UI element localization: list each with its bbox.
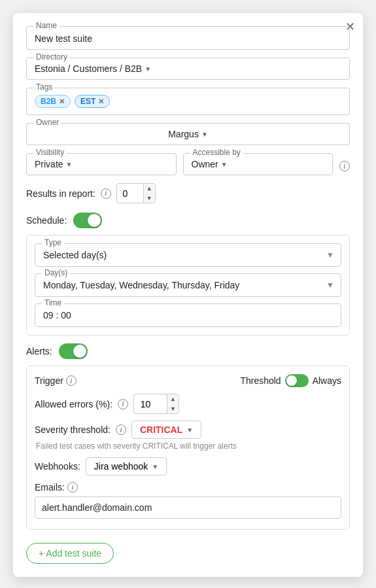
alerts-label: Alerts:: [26, 346, 52, 356]
visibility-chevron-icon: ▼: [66, 161, 73, 168]
failed-note: Failed test cases with severity CRITICAL…: [35, 441, 341, 451]
accessible-by-field: Accessible by Owner ▼: [183, 153, 333, 175]
allowed-errors-label: Allowed errors (%):: [35, 399, 112, 409]
accessible-by-dropdown[interactable]: Owner ▼: [192, 159, 325, 169]
schedule-type-field[interactable]: Type Selected day(s) ▼: [35, 243, 341, 267]
add-test-suite-button[interactable]: + Add test suite: [26, 543, 114, 564]
schedule-time-value: 09 : 00: [43, 310, 71, 320]
severity-label: Severity threshold:: [35, 424, 111, 435]
tags-label: Tags: [33, 82, 55, 92]
schedule-days-chevron-icon: ▼: [326, 281, 334, 290]
accessible-by-label: Accessible by: [190, 148, 243, 157]
owner-field: Owner Margus ▼: [26, 123, 350, 145]
trigger-info-icon[interactable]: i: [66, 375, 77, 386]
severity-chevron-icon: ▼: [186, 426, 193, 434]
allowed-errors-row: Allowed errors (%): i ▲ ▼: [35, 394, 341, 414]
tag-b2b[interactable]: B2B ✕: [35, 95, 71, 108]
schedule-type-value: Selected day(s): [43, 250, 107, 260]
allowed-errors-info-icon[interactable]: i: [118, 399, 128, 409]
schedule-row: Schedule:: [26, 213, 350, 228]
accessible-by-info: i: [339, 153, 350, 175]
results-in-report-row: Results in report: i ▲ ▼: [26, 183, 350, 203]
alerts-row: Alerts:: [26, 343, 350, 359]
schedule-type-chevron-icon: ▼: [326, 251, 334, 260]
severity-value: CRITICAL: [140, 424, 182, 435]
owner-chevron-icon: ▼: [201, 131, 208, 138]
accessible-by-chevron-icon: ▼: [221, 161, 228, 168]
results-info-icon[interactable]: i: [101, 188, 111, 199]
visibility-dropdown[interactable]: Private ▼: [35, 159, 168, 169]
tags-field: Tags B2B ✕ EST ✕: [26, 88, 350, 115]
emails-row: Emails: i: [35, 482, 341, 519]
severity-dropdown[interactable]: CRITICAL ▼: [131, 421, 201, 439]
threshold-right: Threshold Always: [240, 374, 341, 387]
schedule-time-label: Time: [42, 298, 64, 307]
severity-info-icon[interactable]: i: [116, 424, 126, 435]
webhook-chevron-icon: ▼: [152, 463, 158, 470]
allowed-errors-spinner: ▲ ▼: [167, 394, 179, 413]
results-in-report-label: Results in report:: [26, 188, 95, 199]
directory-label: Directory: [33, 52, 70, 61]
name-label: Name: [33, 21, 60, 30]
directory-dropdown[interactable]: Estonia / Customers / B2B ▼: [35, 63, 341, 74]
results-increment[interactable]: ▲: [144, 184, 155, 194]
webhooks-label: Webhooks:: [35, 461, 80, 472]
schedule-time-field[interactable]: Time 09 : 00: [35, 303, 341, 327]
threshold-toggle[interactable]: [285, 374, 309, 387]
alerts-toggle[interactable]: [59, 343, 88, 359]
schedule-label: Schedule:: [26, 215, 67, 226]
visibility-label: Visibility: [33, 148, 67, 157]
results-decrement[interactable]: ▼: [144, 194, 155, 203]
visibility-accessible-row: Visibility Private ▼ Accessible by Owner…: [26, 153, 350, 175]
tag-est[interactable]: EST ✕: [75, 95, 110, 108]
schedule-days-value: Monday, Tuesday, Wednesday, Thursday, Fr…: [43, 280, 239, 290]
allowed-errors-input[interactable]: [134, 396, 167, 412]
threshold-label: Threshold: [240, 375, 281, 386]
accessible-by-info-icon[interactable]: i: [339, 161, 350, 171]
name-field: Name New test suite: [26, 26, 350, 50]
tag-b2b-remove[interactable]: ✕: [59, 97, 65, 106]
alerts-box: Trigger i Threshold Always Allowed error…: [26, 366, 350, 530]
accessible-by-value: Owner: [192, 159, 218, 169]
tag-est-label: EST: [80, 97, 95, 106]
emails-input[interactable]: [35, 496, 341, 519]
modal-container: ✕ Name New test suite Directory Estonia …: [13, 13, 363, 577]
directory-value: Estonia / Customers / B2B: [35, 63, 142, 74]
owner-dropdown[interactable]: Margus ▼: [35, 129, 341, 139]
schedule-box: Type Selected day(s) ▼ Day(s) Monday, Tu…: [26, 235, 350, 336]
allowed-errors-increment[interactable]: ▲: [167, 394, 179, 404]
emails-label: Emails:: [35, 482, 65, 493]
tag-est-remove[interactable]: ✕: [98, 97, 104, 106]
tag-b2b-label: B2B: [41, 97, 56, 106]
tags-container: B2B ✕ EST ✕: [35, 94, 341, 109]
schedule-days-field[interactable]: Day(s) Monday, Tuesday, Wednesday, Thurs…: [35, 273, 341, 297]
owner-label: Owner: [33, 118, 61, 127]
results-input-wrap: ▲ ▼: [116, 183, 156, 203]
always-label: Always: [313, 375, 341, 386]
trigger-row: Trigger i Threshold Always: [35, 374, 341, 387]
directory-chevron-icon: ▼: [145, 65, 151, 73]
trigger-left: Trigger i: [35, 375, 77, 386]
results-input[interactable]: [117, 186, 143, 201]
emails-info-icon[interactable]: i: [67, 482, 78, 493]
schedule-toggle[interactable]: [73, 213, 102, 228]
allowed-errors-input-wrap: ▲ ▼: [133, 394, 179, 414]
schedule-type-label: Type: [42, 238, 64, 247]
webhook-value: Jira webhook: [94, 461, 148, 472]
webhook-dropdown[interactable]: Jira webhook ▼: [86, 457, 167, 476]
schedule-days-label: Day(s): [42, 268, 70, 277]
emails-label-row: Emails: i: [35, 482, 341, 493]
name-value[interactable]: New test suite: [35, 33, 341, 44]
trigger-label: Trigger: [35, 375, 63, 386]
results-spinner: ▲ ▼: [143, 184, 155, 203]
severity-row: Severity threshold: i CRITICAL ▼: [35, 421, 341, 439]
allowed-errors-decrement[interactable]: ▼: [167, 404, 179, 414]
visibility-value: Private: [35, 159, 63, 169]
owner-value: Margus: [168, 129, 199, 139]
directory-field: Directory Estonia / Customers / B2B ▼: [26, 58, 350, 80]
visibility-field: Visibility Private ▼: [26, 153, 177, 175]
webhooks-row: Webhooks: Jira webhook ▼: [35, 457, 341, 476]
bottom-row: + Add test suite: [26, 540, 350, 564]
